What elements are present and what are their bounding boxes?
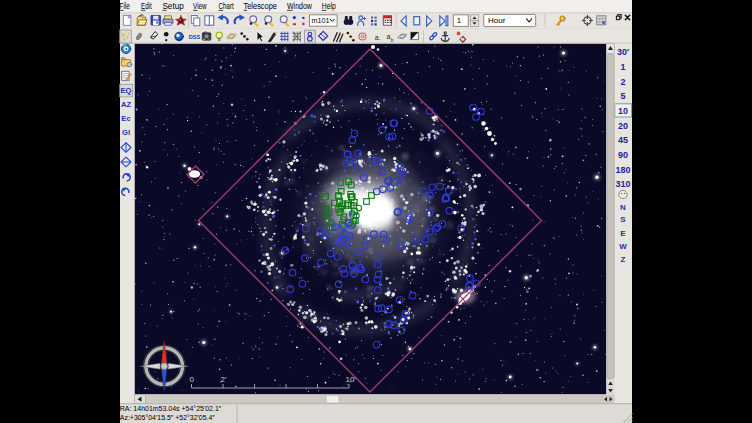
svg-text:EQ: EQ [121,86,132,95]
svg-text:Chart: Chart [219,1,235,11]
svg-text:Help: Help [322,1,336,11]
svg-text:Telescope: Telescope [244,1,278,11]
svg-text:Ec: Ec [121,114,130,123]
svg-text:m101: m101 [312,16,330,25]
svg-text:45: 45 [618,135,628,145]
svg-text:30': 30' [617,47,629,57]
svg-text:2: 2 [620,77,625,87]
svg-text:Edit: Edit [141,1,152,11]
svg-text:Gl: Gl [122,128,130,137]
svg-text:2': 2' [221,375,227,384]
svg-text:S: S [620,215,626,224]
svg-text:10': 10' [346,375,357,384]
svg-text:5: 5 [620,91,625,101]
svg-text:1: 1 [620,62,625,72]
svg-text:Z: Z [621,255,626,264]
svg-text:DSS: DSS [189,34,201,40]
svg-text:E: E [620,229,626,238]
svg-text:Az:+305°04'15.5″ +52°32'05.4″: Az:+305°04'15.5″ +52°32'05.4″ [120,413,215,422]
svg-text:Hour: Hour [488,16,506,25]
svg-text:Window: Window [287,1,313,11]
svg-text:1: 1 [457,16,461,25]
svg-text:AZ: AZ [121,100,131,109]
svg-text:180: 180 [615,165,630,175]
svg-text:N: N [620,203,626,212]
svg-text:90: 90 [618,150,628,160]
svg-text:RA: 14h01m53.04s +54°25'02.1″: RA: 14h01m53.04s +54°25'02.1″ [120,404,222,413]
svg-text:b: b [391,38,394,43]
svg-text:20: 20 [618,121,628,131]
svg-text:View: View [193,1,207,11]
svg-text:W: W [619,242,627,251]
svg-text:File: File [120,1,130,11]
svg-text:10: 10 [618,106,628,116]
svg-text:310: 310 [615,179,630,189]
svg-text:Setup: Setup [162,1,184,11]
svg-text:a.: a. [375,34,381,41]
svg-text:0: 0 [190,375,195,384]
